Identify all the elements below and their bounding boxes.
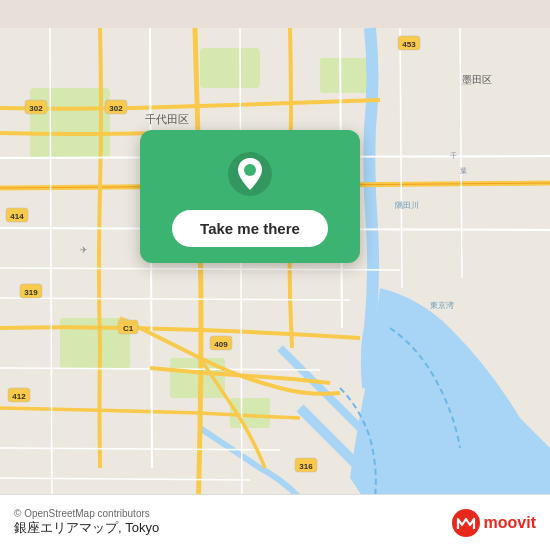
svg-text:C1: C1 bbox=[123, 324, 134, 333]
map-container: 453 302 302 20 319 414 412 C1 409 316 千代… bbox=[0, 0, 550, 550]
location-pin-icon bbox=[226, 150, 274, 198]
svg-text:453: 453 bbox=[402, 40, 416, 49]
svg-text:千代田区: 千代田区 bbox=[145, 113, 189, 125]
svg-rect-2 bbox=[200, 48, 260, 88]
svg-rect-1 bbox=[30, 88, 110, 158]
navigation-card: Take me there bbox=[140, 130, 360, 263]
svg-text:302: 302 bbox=[109, 104, 123, 113]
map-background: 453 302 302 20 319 414 412 C1 409 316 千代… bbox=[0, 0, 550, 550]
svg-text:409: 409 bbox=[214, 340, 228, 349]
svg-rect-3 bbox=[320, 58, 370, 93]
take-me-there-button[interactable]: Take me there bbox=[172, 210, 328, 247]
location-label: 銀座エリアマップ, Tokyo bbox=[14, 519, 159, 537]
svg-text:316: 316 bbox=[299, 462, 313, 471]
svg-text:✈: ✈ bbox=[80, 245, 88, 255]
svg-point-51 bbox=[452, 509, 480, 537]
moovit-logo: moovit bbox=[452, 509, 536, 537]
svg-text:302: 302 bbox=[29, 104, 43, 113]
moovit-icon bbox=[452, 509, 480, 537]
svg-text:東京湾: 東京湾 bbox=[430, 301, 454, 310]
svg-text:412: 412 bbox=[12, 392, 26, 401]
footer-info: © OpenStreetMap contributors 銀座エリアマップ, T… bbox=[14, 508, 159, 537]
svg-text:墨田区: 墨田区 bbox=[462, 74, 492, 85]
footer-bar: © OpenStreetMap contributors 銀座エリアマップ, T… bbox=[0, 494, 550, 550]
svg-text:千: 千 bbox=[450, 152, 464, 159]
svg-point-50 bbox=[244, 164, 256, 176]
svg-text:隅田川: 隅田川 bbox=[395, 201, 419, 210]
svg-text:葉: 葉 bbox=[460, 167, 474, 174]
moovit-brand-text: moovit bbox=[484, 514, 536, 532]
svg-text:414: 414 bbox=[10, 212, 24, 221]
svg-text:319: 319 bbox=[24, 288, 38, 297]
osm-credit: © OpenStreetMap contributors bbox=[14, 508, 159, 519]
